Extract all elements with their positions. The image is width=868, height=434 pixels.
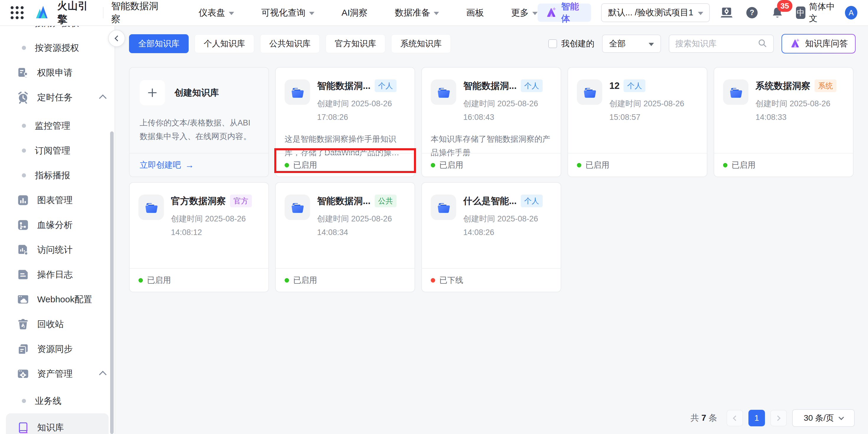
tab-all-kb[interactable]: 全部知识库 <box>129 34 189 53</box>
sidebar-item-scheduled-tasks[interactable]: 定时任务 <box>0 85 115 110</box>
nav-data-prep[interactable]: 数据准备 <box>395 7 439 19</box>
toolbar-right: 我创建的 全部 知识库问 <box>548 34 856 54</box>
doc-user-icon <box>17 66 30 79</box>
sidebar-item-lineage-analysis[interactable]: 血缘分析 <box>0 213 115 237</box>
console-settings-icon[interactable] <box>720 6 733 20</box>
app-grid-icon[interactable] <box>11 6 24 19</box>
project-selector[interactable]: 默认... /验收测试项目1 <box>601 3 710 22</box>
status-badge: 已启用 <box>585 160 609 170</box>
tab-personal-kb[interactable]: 个人知识库 <box>194 34 254 53</box>
kb-search[interactable] <box>669 35 774 53</box>
kb-card[interactable]: 12 个人 创建时间 2025-08-26 15:08:57 已启用 <box>567 67 707 177</box>
avatar[interactable]: A <box>845 6 857 20</box>
sidebar-item-webhook-config[interactable]: Webhook配置 <box>0 287 115 312</box>
sidebar-item-recycle-bin[interactable]: 回收站 <box>0 312 115 337</box>
sidebar-item-subscription-mgmt[interactable]: 订阅管理 <box>0 138 115 163</box>
kb-tabs: 全部知识库 个人知识库 公共知识库 官方知识库 系统知识库 <box>129 34 451 53</box>
help-icon[interactable]: ? <box>745 6 759 20</box>
sidebar-item-metric-broadcast[interactable]: 指标播报 <box>0 163 115 188</box>
arrow-right-icon: → <box>185 160 194 170</box>
sidebar-item-by-resource-auth[interactable]: 按资源授权 <box>0 35 115 60</box>
sidebar-scrollbar[interactable] <box>110 131 114 434</box>
kb-status-footer: 已启用 <box>276 268 414 292</box>
next-page-button[interactable] <box>770 410 787 426</box>
sidebar: 按用户授权 按资源授权 权限申请 <box>0 26 115 434</box>
create-kb-card[interactable]: 创建知识库 上传你的文本/表格数据、从ABI数据集中导入、在线网页内容。 立即创… <box>129 67 269 177</box>
folder-icon <box>577 80 602 105</box>
chevron-down-icon <box>532 12 538 15</box>
status-dot-icon <box>138 278 143 283</box>
book-icon <box>17 421 30 434</box>
kb-status-footer: 已下线 <box>422 268 561 292</box>
sidebar-item-resource-sync[interactable]: 资源同步 <box>0 337 115 361</box>
sidebar-item-asset-mgmt[interactable]: 资产管理 <box>0 361 115 386</box>
sidebar-item-monitor-mgmt[interactable]: 监控管理 <box>0 113 115 138</box>
status-badge: 已启用 <box>439 160 463 170</box>
status-badge: 已启用 <box>293 160 317 170</box>
my-created-checkbox-wrap[interactable]: 我创建的 <box>548 38 594 49</box>
kb-title: 智能数据洞... <box>317 80 371 92</box>
kb-created-date: 创建时间 2025-08-26 <box>317 212 397 225</box>
page-number-button[interactable]: 1 <box>748 410 765 426</box>
search-input[interactable] <box>675 39 757 49</box>
nav-visual-query[interactable]: 可视化查询 <box>261 7 314 19</box>
trash-icon <box>17 318 30 331</box>
brand-name: 火山引擎 <box>57 0 95 26</box>
nav-dashboard[interactable]: 仪表盘 <box>199 7 234 19</box>
sidebar-item-by-user-auth[interactable]: 按用户授权 <box>0 26 115 35</box>
sync-docs-icon <box>17 342 30 355</box>
sidebar-item-business-line[interactable]: 业务线 <box>0 389 115 413</box>
prev-page-button[interactable] <box>726 410 743 426</box>
chevron-down-icon <box>434 12 439 15</box>
kb-card[interactable]: 智能数据洞... 公共 创建时间 2025-08-26 14:08:34 已启用 <box>275 182 415 292</box>
sidebar-item-permission-request[interactable]: 权限申请 <box>0 60 115 85</box>
kb-created-date: 创建时间 2025-08-26 <box>609 97 684 111</box>
kb-card[interactable]: 智能数据洞... 个人 创建时间 2025-08-26 17:08:26 这是智… <box>275 67 415 177</box>
filter-toolbar: 全部知识库 个人知识库 公共知识库 官方知识库 系统知识库 我创建的 全部 <box>129 34 856 54</box>
status-badge: 已下线 <box>439 275 463 285</box>
page-size-select[interactable]: 30 条/页 <box>792 409 855 427</box>
kb-created-date: 创建时间 2025-08-26 <box>317 97 397 111</box>
sidebar-item-operation-log[interactable]: 操作日志 <box>0 262 115 287</box>
kb-created-date: 创建时间 2025-08-26 <box>171 212 252 225</box>
kb-card[interactable]: 官方数据洞察 官方 创建时间 2025-08-26 14:08:12 已启用 <box>129 182 269 292</box>
tab-system-kb[interactable]: 系统知识库 <box>391 34 451 53</box>
kb-title: 官方数据洞察 <box>171 195 226 207</box>
doc-lines-icon <box>17 268 30 281</box>
qa-mountain-icon <box>789 37 801 50</box>
kb-card[interactable]: 什么是智能... 个人 创建时间 2025-08-26 14:08:26 已下线 <box>421 182 561 292</box>
plus-icon <box>140 80 165 105</box>
folder-icon <box>138 194 164 220</box>
kb-card[interactable]: 系统数据洞察 系统 创建时间 2025-08-26 14:08:33 已启用 <box>714 67 854 177</box>
kb-created-date: 创建时间 2025-08-26 <box>755 97 836 111</box>
kb-card[interactable]: 智能数据洞... 个人 创建时间 2025-08-26 16:08:43 本知识… <box>421 67 561 177</box>
kb-type-badge: 个人 <box>521 80 542 92</box>
tab-official-kb[interactable]: 官方知识库 <box>326 34 385 53</box>
type-filter-select[interactable]: 全部 <box>602 35 661 53</box>
language-switcher[interactable]: 中 简体中文 <box>796 1 835 25</box>
main-content: 全部知识库 个人知识库 公共知识库 官方知识库 系统知识库 我创建的 全部 <box>115 26 868 434</box>
chevron-up-icon[interactable] <box>99 371 106 378</box>
nav-canvas[interactable]: 画板 <box>466 7 484 19</box>
bar-chart-icon <box>17 194 30 207</box>
language-icon: 中 <box>796 6 805 19</box>
folder-icon <box>285 194 310 220</box>
my-created-checkbox[interactable] <box>548 39 557 48</box>
nav-more[interactable]: 更多 <box>511 7 538 19</box>
agent-button[interactable]: 智能体 <box>538 4 591 22</box>
sidebar-item-chart-mgmt[interactable]: 图表管理 <box>0 188 115 213</box>
kb-qa-button[interactable]: 知识库问答 <box>781 34 856 54</box>
tab-public-kb[interactable]: 公共知识库 <box>260 34 320 53</box>
asset-gear-icon <box>17 367 30 380</box>
sidebar-item-access-stats[interactable]: 访问统计 <box>0 237 115 262</box>
kb-title: 系统数据洞察 <box>755 80 810 92</box>
create-kb-footer[interactable]: 立即创建吧 → <box>130 153 268 177</box>
notification-bell-icon[interactable]: 35 <box>771 6 784 20</box>
status-badge: 已启用 <box>147 275 171 285</box>
volcengine-logo-icon <box>34 4 50 21</box>
chevron-up-icon[interactable] <box>99 94 106 102</box>
sidebar-collapse-button[interactable] <box>108 30 125 47</box>
kb-title: 智能数据洞... <box>463 80 517 92</box>
nav-ai-insight[interactable]: AI洞察 <box>342 7 368 19</box>
sidebar-item-knowledge-base[interactable]: 知识库 <box>6 413 108 434</box>
